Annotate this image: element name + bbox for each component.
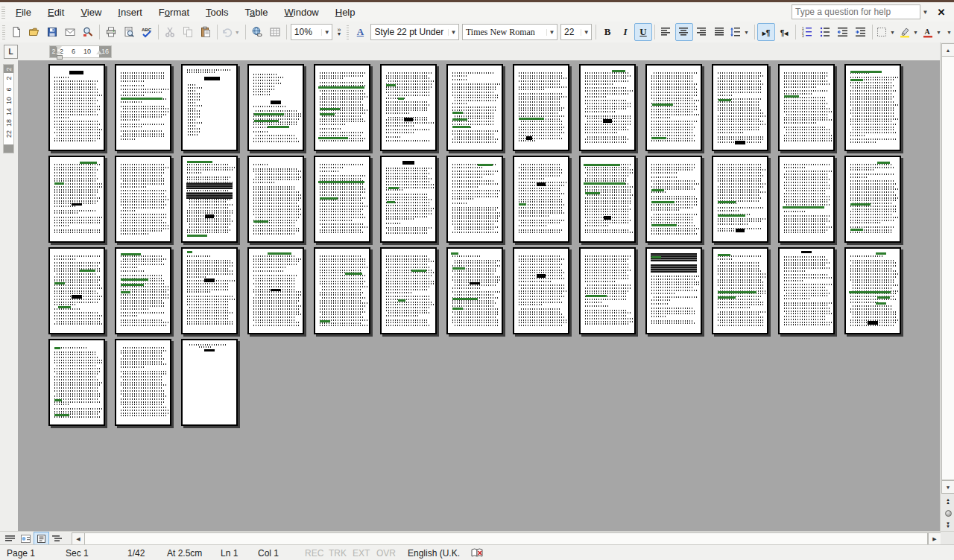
menu-item-view[interactable]: View [72, 4, 110, 21]
first-line-indent-marker[interactable] [56, 46, 62, 50]
status-mode-trk[interactable]: TRK [329, 548, 353, 559]
styles-and-formatting-button[interactable]: A [351, 23, 369, 41]
style-combobox[interactable]: Style 22 pt Under ▼ [370, 24, 459, 40]
status-mode-ovr[interactable]: OVR [376, 548, 400, 559]
page-thumbnail-11[interactable] [712, 64, 768, 151]
print-button[interactable] [102, 23, 120, 41]
align-left-button[interactable] [657, 23, 675, 41]
menu-item-edit[interactable]: Edit [40, 4, 72, 21]
formatting-toolbar-grip[interactable] [347, 25, 350, 39]
page-thumbnail-15[interactable] [115, 156, 171, 243]
page-thumbnail-10[interactable] [645, 64, 702, 151]
page-thumbnail-1[interactable] [48, 64, 105, 151]
next-page-icon[interactable]: ▼▼ [941, 518, 954, 532]
page-thumbnail-30[interactable] [247, 247, 304, 334]
page-thumbnail-35[interactable] [579, 247, 636, 334]
italic-button[interactable]: I [616, 23, 634, 41]
paste-button[interactable] [197, 23, 215, 41]
new-button[interactable] [7, 23, 25, 41]
page-thumbnail-5[interactable] [314, 64, 370, 151]
menu-item-tools[interactable]: Tools [198, 4, 236, 21]
hyperlink-button[interactable] [248, 23, 266, 41]
bullets-button[interactable] [816, 23, 834, 41]
ltr-paragraph-button[interactable]: ▸¶ [757, 23, 775, 41]
tab-stop-selector[interactable]: L [4, 45, 18, 59]
horizontal-scrollbar-thumb[interactable] [84, 532, 928, 545]
page-thumbnail-25[interactable] [778, 156, 835, 243]
page-thumbnail-33[interactable] [446, 247, 503, 334]
page-thumbnail-23[interactable] [645, 156, 702, 243]
zoom-combobox[interactable]: 10% ▼ [291, 24, 332, 40]
page-thumbnail-39[interactable] [844, 247, 901, 334]
line-spacing-dropdown-icon[interactable]: ▼ [742, 25, 751, 39]
table-button[interactable] [266, 23, 284, 41]
page-thumbnail-31[interactable] [314, 247, 370, 334]
open-button[interactable] [25, 23, 43, 41]
scroll-left-icon[interactable]: ◀ [72, 532, 85, 546]
undo-dropdown-icon[interactable]: ▼ [233, 25, 242, 39]
page-thumbnail-32[interactable] [380, 247, 437, 334]
spelling-status-icon[interactable] [470, 547, 485, 559]
highlight-dropdown-icon[interactable]: ▼ [911, 25, 920, 39]
help-dropdown-icon[interactable]: ▼ [920, 4, 930, 19]
page-thumbnail-29[interactable] [181, 247, 238, 334]
web-layout-view-button[interactable] [18, 532, 34, 545]
scroll-down-icon[interactable]: ▼ [941, 480, 954, 494]
page-thumbnail-2[interactable] [115, 64, 171, 151]
page-thumbnail-42[interactable] [181, 339, 238, 426]
align-right-button[interactable] [693, 23, 711, 41]
borders-dropdown-icon[interactable]: ▼ [888, 25, 897, 39]
justify-button[interactable] [711, 23, 729, 41]
undo-button[interactable]: ▼ [220, 23, 243, 41]
scroll-up-icon[interactable]: ▲ [941, 43, 954, 57]
page-thumbnail-40[interactable] [48, 339, 105, 426]
page-thumbnail-21[interactable] [513, 156, 569, 243]
highlight-button[interactable]: ▼ [898, 23, 921, 41]
normal-view-button[interactable] [2, 532, 18, 545]
font-size-combobox[interactable]: 22 ▼ [560, 24, 592, 40]
rtl-paragraph-button[interactable]: ¶◂ [775, 23, 793, 41]
print-layout-view-button[interactable] [34, 532, 49, 545]
zoom-dropdown-icon[interactable]: ▼ [321, 29, 332, 36]
borders-button[interactable]: ▼ [875, 23, 898, 41]
page-thumbnail-20[interactable] [446, 156, 503, 243]
vertical-scrollbar-thumb[interactable] [941, 56, 954, 480]
page-thumbnail-3[interactable] [181, 64, 238, 151]
page-thumbnail-16[interactable] [181, 156, 238, 243]
menu-item-window[interactable]: Window [277, 4, 327, 21]
page-thumbnail-27[interactable] [48, 247, 105, 334]
menu-item-format[interactable]: Format [151, 4, 198, 21]
mail-button[interactable] [61, 23, 79, 41]
status-mode-rec[interactable]: REC [305, 548, 329, 559]
search-button[interactable] [79, 23, 97, 41]
standard-toolbar-options-icon[interactable]: »▼ [334, 24, 344, 40]
page-thumbnail-19[interactable] [380, 156, 437, 243]
vertical-scrollbar[interactable]: ▲ ▼ ▲▲ ▼▼ [940, 42, 954, 531]
formatting-toolbar-options-icon[interactable]: ▼ [944, 25, 954, 39]
font-color-button[interactable]: A▼ [921, 23, 944, 41]
page-thumbnail-34[interactable] [513, 247, 569, 334]
font-combobox[interactable]: Times New Roman ▼ [462, 24, 557, 40]
menubar-grip[interactable] [1, 5, 5, 19]
cut-button[interactable] [161, 23, 179, 41]
left-indent-marker[interactable] [57, 55, 63, 60]
page-thumbnail-6[interactable] [380, 64, 437, 151]
help-question-input[interactable] [792, 4, 920, 19]
page-thumbnail-24[interactable] [712, 156, 768, 243]
page-thumbnail-7[interactable] [446, 64, 503, 151]
outline-view-button[interactable] [49, 532, 65, 545]
increase-indent-button[interactable] [852, 23, 870, 41]
page-thumbnail-41[interactable] [115, 339, 171, 426]
line-spacing-button[interactable]: ▼ [729, 23, 752, 41]
menu-item-help[interactable]: Help [327, 4, 364, 21]
decrease-indent-button[interactable] [834, 23, 852, 41]
page-thumbnail-37[interactable] [712, 247, 768, 334]
page-thumbnail-14[interactable] [48, 156, 105, 243]
page-thumbnail-9[interactable] [579, 64, 636, 151]
numbering-button[interactable]: 123 [798, 23, 816, 41]
menu-item-file[interactable]: File [7, 4, 40, 21]
page-thumbnail-12[interactable] [778, 64, 835, 151]
page-thumbnail-18[interactable] [314, 156, 370, 243]
scroll-right-icon[interactable]: ▶ [928, 532, 941, 546]
hanging-indent-marker[interactable] [56, 51, 62, 54]
